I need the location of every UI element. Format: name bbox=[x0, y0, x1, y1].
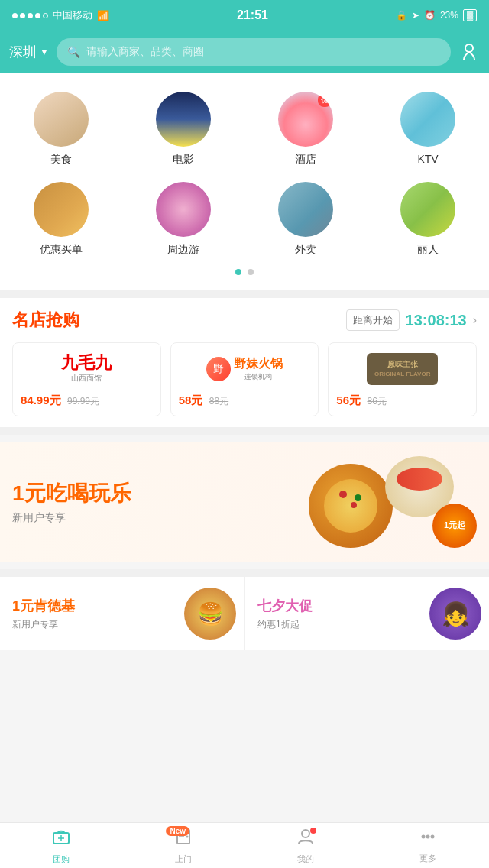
yuanwei-sub: ORIGINAL FLAVOR bbox=[374, 370, 430, 378]
category-section: 美食 电影 促 酒店 KTV 优惠买单 bbox=[0, 73, 489, 290]
search-placeholder: 请输入商家、品类、商圈 bbox=[86, 45, 204, 59]
yuanwei-logo: 原味主张 ORIGINAL FLAVOR bbox=[336, 351, 468, 387]
flash-sale-header: 名店抢购 距离开始 13:08:13 › bbox=[12, 309, 477, 332]
flash-sale-title: 名店抢购 bbox=[12, 309, 79, 332]
dot4 bbox=[35, 13, 40, 18]
flash-sale-section: 名店抢购 距离开始 13:08:13 › 九毛九 山西面馆 84.99元 99.… bbox=[0, 298, 489, 427]
waimai-icon bbox=[278, 182, 333, 237]
promo-card-kfc[interactable]: 1元肯德基 新用户专享 🍔 bbox=[0, 577, 244, 650]
countdown-timer: 13:08:13 bbox=[406, 312, 467, 329]
pizza-img bbox=[309, 464, 393, 548]
yuanwei-logo-box: 原味主张 ORIGINAL FLAVOR bbox=[367, 353, 438, 384]
location-button[interactable]: 深圳 ▼ bbox=[9, 43, 49, 61]
time-display: 21:51 bbox=[237, 8, 268, 22]
promo-badge-jiudian: 促 bbox=[318, 93, 332, 107]
dot5 bbox=[43, 13, 48, 18]
nav-item-wode[interactable]: 我的 bbox=[244, 823, 367, 868]
jiumaojiu-price: 84.99元 bbox=[21, 394, 61, 406]
category-waimai[interactable]: 外卖 bbox=[244, 176, 367, 266]
banner-text: 1元吃喝玩乐 新用户专享 bbox=[12, 479, 131, 525]
meishi-label: 美食 bbox=[50, 153, 72, 167]
tuangou-icon bbox=[51, 827, 71, 851]
nearby-button[interactable] bbox=[458, 39, 480, 65]
topping2 bbox=[351, 502, 357, 508]
price-badge: 1元起 bbox=[432, 504, 477, 548]
one-yuan-banner[interactable]: 1元吃喝玩乐 新用户专享 1元起 bbox=[0, 442, 489, 562]
girl-illustration: 👧 bbox=[429, 588, 481, 640]
lock-icon: 🔒 bbox=[396, 10, 407, 21]
dianying-label: 电影 bbox=[173, 153, 194, 167]
bottom-nav: 团购 New 上门 我的 更 bbox=[0, 822, 489, 868]
yemei-logo: 野 野妹火锅 连锁机构 bbox=[179, 351, 311, 387]
page-dots bbox=[0, 266, 489, 284]
banner-food-illustration: 1元起 bbox=[293, 456, 477, 548]
battery-icon: ▓ bbox=[463, 9, 477, 21]
shrimp bbox=[397, 468, 442, 491]
dot1 bbox=[12, 13, 18, 18]
category-dianying[interactable]: 电影 bbox=[122, 86, 244, 176]
jiudian-icon: 促 bbox=[278, 92, 333, 147]
search-icon: 🔍 bbox=[67, 46, 80, 58]
promo-card-qixi[interactable]: 七夕大促 约惠1折起 👧 bbox=[244, 577, 489, 650]
youhui-label: 优惠买单 bbox=[40, 243, 83, 257]
two-col-promo: 1元肯德基 新用户专享 🍔 七夕大促 约惠1折起 👧 bbox=[0, 577, 489, 650]
banner-title: 1元吃喝玩乐 bbox=[12, 479, 131, 508]
location-label: 深圳 bbox=[9, 43, 37, 61]
flash-sale-more-icon: › bbox=[473, 313, 477, 327]
liren-label: 丽人 bbox=[417, 243, 439, 257]
kfc-subtitle: 新用户专享 bbox=[12, 618, 75, 631]
nav-item-tuangou[interactable]: 团购 bbox=[0, 823, 122, 868]
category-ktv[interactable]: KTV bbox=[367, 86, 489, 176]
category-meishi[interactable]: 美食 bbox=[0, 86, 122, 176]
battery-percent: 23% bbox=[440, 10, 458, 21]
yuanwei-pricing: 56元 86元 bbox=[336, 394, 468, 408]
shangmen-new-badge: New bbox=[166, 826, 189, 836]
flash-item-jiumaojiu[interactable]: 九毛九 山西面馆 84.99元 99.99元 bbox=[12, 342, 161, 416]
yemei-original-price: 88元 bbox=[209, 396, 228, 406]
svg-point-9 bbox=[426, 835, 430, 839]
yemei-price: 58元 bbox=[179, 394, 203, 406]
alarm-icon: ⏰ bbox=[424, 10, 436, 21]
jiumaojiu-pricing: 84.99元 99.99元 bbox=[21, 394, 153, 408]
burger-illustration: 🍔 bbox=[184, 588, 236, 640]
dot2 bbox=[20, 13, 25, 18]
nav-item-gengduo[interactable]: 更多 bbox=[367, 823, 489, 868]
status-left: 中国移动 📶 bbox=[12, 8, 109, 22]
category-jiudian[interactable]: 促 酒店 bbox=[244, 86, 367, 176]
kfc-title: 1元肯德基 bbox=[12, 597, 75, 615]
kfc-text: 1元肯德基 新用户专享 bbox=[12, 597, 75, 631]
flash-item-yemei[interactable]: 野 野妹火锅 连锁机构 58元 88元 bbox=[170, 342, 319, 416]
dianying-icon bbox=[156, 92, 211, 147]
yemei-sub: 连锁机构 bbox=[234, 372, 283, 382]
zhoubiyou-label: 周边游 bbox=[167, 243, 199, 257]
category-zhoubiyou[interactable]: 周边游 bbox=[122, 176, 244, 266]
jiumaojiu-original-price: 99.99元 bbox=[67, 396, 99, 406]
tuangou-label: 团购 bbox=[53, 853, 70, 865]
divider-3 bbox=[0, 569, 489, 577]
pizza-inner bbox=[324, 479, 377, 533]
location-active-icon: ➤ bbox=[412, 10, 419, 21]
qixi-subtitle: 约惠1折起 bbox=[257, 618, 313, 631]
yuanwei-name: 原味主张 bbox=[374, 359, 430, 370]
jiumaojiu-name: 九毛九 bbox=[61, 355, 112, 371]
ktv-label: KTV bbox=[417, 153, 438, 165]
zhoubiyou-icon bbox=[156, 182, 211, 237]
flash-item-yuanwei[interactable]: 原味主张 ORIGINAL FLAVOR 56元 86元 bbox=[328, 342, 477, 416]
youhui-icon bbox=[34, 182, 89, 237]
flash-items-list: 九毛九 山西面馆 84.99元 99.99元 野 野妹火锅 连锁机构 bbox=[12, 342, 477, 416]
meishi-icon bbox=[34, 92, 89, 147]
topping3 bbox=[355, 494, 361, 501]
yemei-name: 野妹火锅 bbox=[234, 356, 283, 372]
category-youhui[interactable]: 优惠买单 bbox=[0, 176, 122, 266]
flash-sale-right[interactable]: 距离开始 13:08:13 › bbox=[346, 309, 477, 331]
nav-item-shangmen[interactable]: New 上门 bbox=[122, 823, 244, 868]
banner-subtitle: 新用户专享 bbox=[12, 511, 131, 525]
topping1 bbox=[339, 491, 347, 498]
search-bar[interactable]: 🔍 请输入商家、品类、商圈 bbox=[57, 38, 451, 66]
category-liren[interactable]: 丽人 bbox=[367, 176, 489, 266]
jiudian-label: 酒店 bbox=[295, 153, 316, 167]
yemei-pricing: 58元 88元 bbox=[179, 394, 311, 408]
svg-point-8 bbox=[422, 835, 426, 839]
price-badge-text: 1元起 bbox=[444, 520, 465, 530]
dot-page1 bbox=[235, 269, 241, 275]
